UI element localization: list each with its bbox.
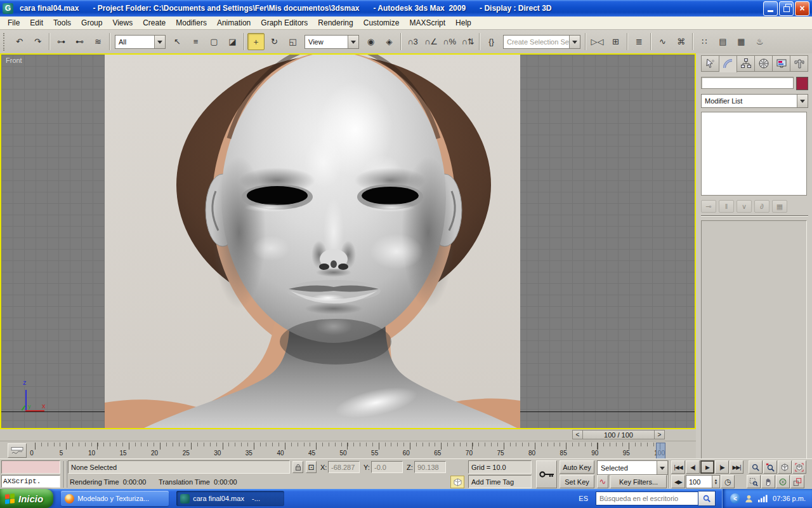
chevron-down-icon[interactable] (569, 36, 580, 48)
go-to-end-button[interactable]: ▶▶| (730, 460, 743, 474)
title-bar[interactable]: G cara final04.max - Project Folder: C:\… (0, 0, 812, 17)
material-editor-icon[interactable]: ∷ (696, 33, 713, 50)
remove-modifier-icon[interactable]: ∂ (754, 200, 769, 213)
start-button[interactable]: Inicio (0, 489, 53, 508)
close-button[interactable]: × (795, 1, 809, 16)
go-to-start-button[interactable]: |◀◀ (671, 460, 685, 474)
viewport-front[interactable]: Front z x y (0, 53, 696, 429)
time-configuration-button[interactable]: ◷ (721, 475, 735, 488)
menu-item[interactable]: Modifiers (171, 17, 212, 29)
named-selection-sets-icon[interactable]: {} (483, 33, 500, 50)
configure-modifier-sets-icon[interactable]: ▦ (772, 200, 787, 213)
menu-item[interactable]: MAXScript (404, 17, 450, 29)
layer-manager-icon[interactable]: ≣ (631, 33, 648, 50)
pan-button[interactable] (761, 475, 775, 488)
x-coordinate-field[interactable]: -68.287 (328, 461, 360, 473)
previous-frame-arrow[interactable]: < (572, 430, 583, 439)
select-and-rotate-icon[interactable]: ↻ (266, 33, 283, 50)
arc-rotate-button[interactable] (776, 475, 790, 488)
menu-item[interactable]: Group (76, 17, 107, 29)
spinner-snap-icon[interactable]: ∩⇅ (459, 33, 476, 50)
make-unique-icon[interactable]: ∨ (737, 200, 752, 213)
menu-item[interactable]: Tools (48, 17, 76, 29)
window-crossing-icon[interactable]: ◪ (224, 33, 241, 50)
task-firefox[interactable]: Modelado y Texturiza... (61, 491, 169, 506)
tab-display[interactable] (773, 55, 790, 72)
current-frame-indicator[interactable]: 100 / 100 (583, 430, 654, 439)
render-setup-icon[interactable]: ▤ (714, 33, 731, 50)
messenger-person-icon[interactable] (744, 494, 754, 504)
auto-key-button[interactable]: Auto Key (560, 460, 594, 474)
select-object-icon[interactable]: ↖ (169, 33, 186, 50)
selection-filter-dropdown[interactable]: All (115, 35, 166, 49)
menu-item[interactable]: Rendering (313, 17, 358, 29)
task-3dsmax[interactable]: cara final04.max -... (176, 491, 284, 506)
chevron-down-icon[interactable] (348, 36, 358, 48)
listener-splitter[interactable] (62, 461, 67, 488)
search-button[interactable] (698, 491, 716, 506)
zoom-all-button[interactable] (763, 460, 777, 474)
key-mode-toggle-button[interactable]: ◀▶ (671, 475, 685, 488)
z-coordinate-field[interactable]: 90.138 (414, 461, 446, 473)
tab-motion[interactable] (755, 55, 773, 72)
schematic-view-icon[interactable]: ⌘ (672, 33, 690, 50)
bind-to-space-warp-icon[interactable]: ≋ (89, 33, 107, 50)
modifier-list-dropdown[interactable]: Modifier List (701, 94, 808, 108)
desktop-search-input[interactable] (596, 491, 698, 505)
play-button[interactable]: ▶ (700, 460, 714, 474)
object-name-field[interactable] (701, 77, 794, 89)
curve-editor-icon[interactable]: ∿ (654, 33, 671, 50)
menu-item[interactable]: Edit (25, 17, 48, 29)
adaptive-degradation-toggle[interactable] (450, 476, 464, 488)
y-coordinate-field[interactable]: -0.0 (371, 461, 403, 473)
zoom-extents-all-button[interactable] (792, 460, 806, 474)
add-time-tag[interactable]: Add Time Tag (468, 475, 532, 488)
maximize-viewport-toggle[interactable] (790, 475, 804, 488)
menu-item[interactable]: Views (107, 17, 138, 29)
select-and-move-icon[interactable]: ＋ (247, 33, 265, 50)
chevron-down-icon[interactable] (797, 95, 808, 107)
rendered-frame-icon[interactable]: ▦ (733, 33, 750, 50)
select-and-scale-icon[interactable]: ◱ (284, 33, 301, 50)
tab-modify[interactable] (719, 55, 737, 72)
viewport-label[interactable]: Front (6, 57, 22, 64)
mirror-icon[interactable]: ▷◁ (589, 33, 606, 50)
clock[interactable]: 07:36 p.m. (773, 495, 806, 502)
time-slider-handle[interactable]: < 100 / 100 > (572, 430, 665, 439)
head-model[interactable] (105, 55, 520, 428)
selection-lock-toggle[interactable] (292, 461, 303, 473)
mini-curve-editor-button[interactable] (8, 443, 27, 458)
select-and-manipulate-icon[interactable]: ◈ (381, 33, 398, 50)
menu-item[interactable]: File (3, 17, 25, 29)
chevron-down-icon[interactable] (657, 461, 667, 474)
language-indicator[interactable]: ES (571, 495, 596, 502)
time-slider[interactable]: < 100 / 100 > (0, 429, 696, 441)
key-mode-dropdown[interactable]: Selected (597, 460, 668, 475)
maxscript-mini-listener-white[interactable]: AXScript. (1, 475, 60, 488)
tab-hierarchy[interactable] (737, 55, 755, 72)
maxscript-mini-listener-pink[interactable] (1, 460, 60, 474)
percent-snap-icon[interactable]: ∩% (441, 33, 458, 50)
absolute-mode-toggle[interactable]: ⊡ (306, 461, 317, 473)
network-signal-icon[interactable] (757, 494, 768, 503)
current-frame-field[interactable]: 100 ▲▼ (686, 475, 720, 488)
reference-coordinate-dropdown[interactable]: View (304, 35, 359, 49)
show-end-result-icon[interactable]: ‖ (719, 200, 734, 213)
menu-item[interactable]: Animation (212, 17, 256, 29)
menu-item[interactable]: Graph Editors (256, 17, 313, 29)
hide-icons-chevron-icon[interactable]: < (730, 493, 740, 504)
restore-button[interactable] (779, 1, 794, 16)
rect-selection-region-icon[interactable]: ▢ (206, 33, 223, 50)
frame-spinner[interactable]: ▲▼ (712, 476, 719, 488)
menu-item[interactable]: Customize (358, 17, 405, 29)
unlink-selection-icon[interactable]: ⊷ (71, 33, 88, 50)
next-frame-button[interactable]: |▶ (715, 460, 729, 474)
chevron-down-icon[interactable] (154, 36, 165, 48)
angle-snap-icon[interactable]: ∩∠ (422, 33, 440, 50)
tab-utilities[interactable] (790, 55, 808, 72)
default-in-out-tangents-button[interactable]: ∿ (597, 475, 608, 488)
align-icon[interactable]: ⊞ (607, 33, 624, 50)
minimize-button[interactable] (763, 1, 778, 16)
object-color-swatch[interactable] (796, 77, 808, 90)
zoom-region-button[interactable] (747, 475, 761, 488)
